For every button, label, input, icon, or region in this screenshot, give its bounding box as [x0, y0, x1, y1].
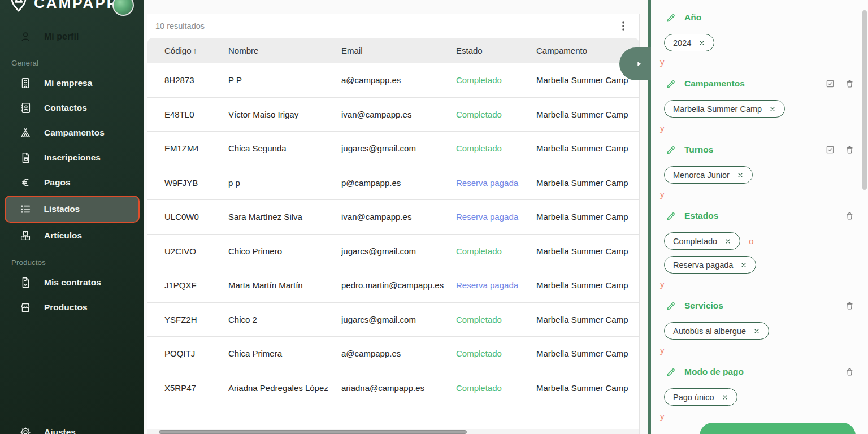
sidebar-item-mi-perfil[interactable]: Mi perfil — [0, 27, 144, 47]
table-row[interactable]: 8H2873 P P a@campapp.es Completado Marbe… — [147, 63, 639, 98]
remove-chip-icon[interactable] — [724, 238, 731, 245]
trash-icon[interactable] — [845, 367, 854, 377]
trash-icon[interactable] — [845, 211, 854, 221]
more-options-icon[interactable] — [619, 21, 628, 31]
filter-chip[interactable]: Menorca Junior — [664, 166, 753, 184]
filter-chip[interactable]: Completado — [664, 232, 740, 250]
estado-cell: Completado — [456, 144, 536, 153]
main-content: 10 resultados Código↑ Nombre Email Estad… — [144, 0, 648, 434]
sidebar-item-productos[interactable]: Productos — [0, 295, 144, 320]
table-row[interactable]: YSFZ2H Chico 2 jugarcs@gmail.com Complet… — [147, 303, 639, 337]
table-row[interactable]: J1PQXF Marta Martín Martín pedro.martin@… — [147, 268, 639, 303]
filter-connector: y — [660, 345, 859, 354]
nombre-cell: Chico Primero — [228, 246, 341, 256]
remove-chip-icon[interactable] — [753, 328, 760, 335]
chip-connector: o — [749, 236, 753, 246]
remove-chip-icon[interactable] — [722, 394, 728, 401]
table-row[interactable]: E48TL0 Víctor Maiso Irigay ivan@campapp.… — [147, 98, 639, 132]
store-icon — [19, 301, 32, 314]
estado-cell: Completado — [456, 315, 536, 324]
tent-icon — [19, 127, 32, 139]
chip-row: Completado o — [664, 232, 868, 250]
sidebar-item-ajustes[interactable]: Ajustes — [19, 421, 76, 434]
email-cell: a@campapp.es — [341, 349, 456, 358]
sidebar-item-label: Inscripciones — [44, 153, 101, 163]
table-row[interactable]: X5RP47 Ariadna Pedregales López ariadna@… — [147, 371, 639, 406]
campamento-cell: Marbella Summer Camp — [536, 246, 639, 256]
app-title: CAMPAPP — [34, 0, 118, 12]
trash-icon[interactable] — [845, 301, 854, 311]
table-header: Código↑ Nombre Email Estado Campamento — [147, 38, 639, 63]
chip-label: Marbella Summer Camp — [673, 105, 762, 114]
pencil-icon[interactable] — [666, 12, 676, 23]
campamento-cell: Marbella Summer Camp — [536, 110, 639, 119]
remove-chip-icon[interactable] — [698, 40, 705, 46]
sidebar-item-campamentos[interactable]: Campamentos — [0, 120, 144, 145]
filter-group-servicios: Servicios — [651, 296, 868, 315]
table-row[interactable]: ULC0W0 Sara Martínez Silva ivan@campapp.… — [147, 200, 639, 235]
checkbox-checked-icon[interactable] — [825, 79, 835, 89]
chip-row: Pago único — [664, 388, 868, 406]
remove-chip-icon[interactable] — [769, 106, 776, 112]
sidebar-item-contactos[interactable]: Contactos — [0, 96, 144, 120]
person-icon — [19, 31, 32, 43]
pencil-icon[interactable] — [666, 79, 676, 89]
collapse-panel-button[interactable] — [619, 47, 651, 80]
email-cell: jugarcs@gmail.com — [341, 246, 456, 256]
nombre-cell: Marta Martín Martín — [228, 280, 341, 290]
results-count: 10 resultados — [155, 21, 205, 31]
filter-chip[interactable]: Reserva pagada — [664, 256, 756, 274]
checkbox-checked-icon[interactable] — [825, 145, 835, 155]
filter-chip[interactable]: Marbella Summer Camp — [664, 100, 785, 118]
filter-chip[interactable]: 2024 — [664, 34, 714, 51]
email-cell: pedro.martin@campapp.es — [341, 280, 456, 290]
pencil-icon[interactable] — [666, 211, 676, 222]
horizontal-scrollbar-track[interactable] — [147, 429, 639, 434]
table-row[interactable]: U2CIVO Chico Primero jugarcs@gmail.com C… — [147, 235, 639, 269]
sidebar-item-mi-empresa[interactable]: Mi empresa — [0, 71, 144, 96]
table-row[interactable]: EM1ZM4 Chica Segunda jugarcs@gmail.com C… — [147, 132, 639, 166]
sort-asc-icon: ↑ — [193, 46, 197, 55]
filter-connector: y — [660, 123, 859, 132]
filter-group-label: Servicios — [684, 301, 723, 311]
codigo-cell: ULC0W0 — [147, 212, 228, 222]
chip-row: Menorca Junior — [664, 166, 868, 184]
sidebar-item-inscripciones[interactable]: Inscripciones — [0, 145, 144, 170]
pencil-icon[interactable] — [666, 145, 676, 155]
sidebar-item-pagos[interactable]: Pagos — [0, 170, 144, 195]
column-header-email[interactable]: Email — [341, 46, 456, 55]
trash-icon[interactable] — [845, 145, 854, 155]
sidebar-item-listados[interactable]: Listados — [5, 196, 140, 223]
filter-group-estados: Estados — [651, 206, 868, 225]
codigo-cell: 8H2873 — [147, 75, 228, 85]
filter-chip[interactable]: Pago único — [664, 388, 737, 406]
campamento-cell: Marbella Summer Camp — [536, 349, 639, 358]
horizontal-scrollbar-thumb[interactable] — [159, 430, 467, 434]
sidebar-divider — [11, 415, 140, 415]
sidebar-item-label: Mi empresa — [44, 78, 92, 88]
panel-scrollbar-thumb[interactable] — [862, 10, 867, 190]
chip-label: Pago único — [673, 393, 714, 402]
pencil-icon[interactable] — [666, 367, 676, 377]
remove-chip-icon[interactable] — [737, 172, 744, 179]
chevron-right-icon — [635, 59, 644, 68]
euro-icon — [19, 176, 32, 189]
column-header-codigo[interactable]: Código↑ — [147, 46, 228, 55]
sidebar-item-articulos[interactable]: Artículos — [0, 223, 144, 248]
sidebar-item-label: Contactos — [44, 103, 87, 113]
sidebar-item-mis-contratos[interactable]: Mis contratos — [0, 270, 144, 295]
column-header-estado[interactable]: Estado — [456, 46, 536, 55]
pencil-icon[interactable] — [666, 301, 676, 311]
apply-filters-button[interactable] — [700, 423, 856, 434]
remove-chip-icon[interactable] — [740, 262, 747, 268]
trash-icon[interactable] — [845, 79, 854, 89]
column-header-nombre[interactable]: Nombre — [228, 46, 341, 55]
filter-chip[interactable]: Autobús al albergue — [664, 322, 769, 340]
table-row[interactable]: POQITJ Chica Primera a@campapp.es Comple… — [147, 337, 639, 371]
filter-group-campamentos: Campamentos — [651, 74, 868, 93]
sidebar-item-label: Listados — [44, 204, 80, 214]
estado-cell: Reserva pagada — [456, 280, 536, 290]
sidebar-item-label: Mi perfil — [44, 32, 79, 42]
table-row[interactable]: W9FJYB p p p@campapp.es Reserva pagada M… — [147, 166, 639, 201]
chip-label: Reserva pagada — [673, 261, 733, 270]
